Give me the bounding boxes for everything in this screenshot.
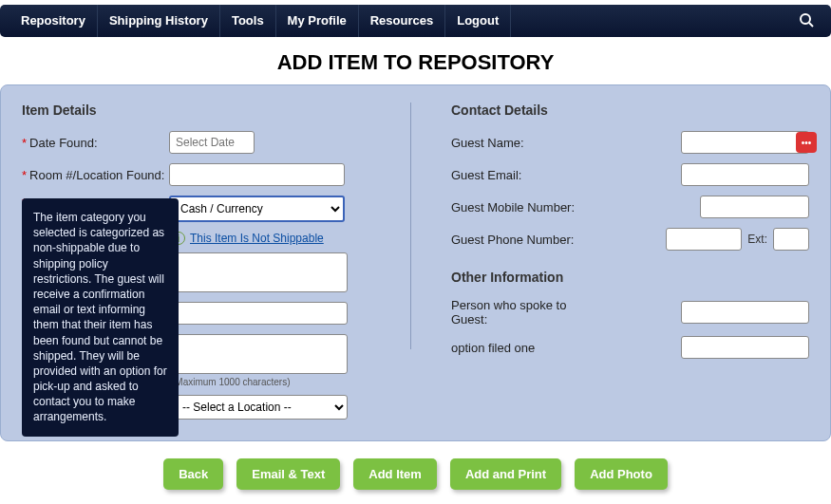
non-shippable-tooltip: The item category you selected is catego…: [22, 198, 179, 437]
nav-my-profile[interactable]: My Profile: [276, 5, 359, 37]
guest-email-input[interactable]: [681, 163, 809, 186]
guest-mobile-label: Guest Mobile Number:: [451, 200, 598, 215]
top-nav: Repository Shipping History Tools My Pro…: [0, 5, 831, 37]
room-location-input[interactable]: [169, 163, 345, 186]
required-mark: *: [22, 168, 27, 182]
option-field-label: option filed one: [451, 341, 603, 355]
person-spoke-input[interactable]: [681, 301, 809, 324]
room-location-label: Room #/Location Found:: [29, 168, 164, 182]
guest-mobile-input[interactable]: [700, 196, 809, 218]
guest-email-label: Guest Email:: [451, 168, 598, 182]
form-card: Item Details *Date Found: *Room #/Locati…: [0, 84, 831, 441]
svg-point-0: [801, 14, 810, 24]
location-select[interactable]: -- Select a Location --: [172, 395, 348, 420]
nav-tools[interactable]: Tools: [220, 5, 276, 37]
ext-label: Ext:: [747, 233, 767, 246]
nav-resources[interactable]: Resources: [359, 5, 445, 37]
description-textarea-1[interactable]: [172, 252, 348, 292]
back-button[interactable]: Back: [163, 458, 223, 490]
item-category-select[interactable]: Cash / Currency: [169, 196, 345, 222]
date-found-label: Date Found:: [29, 136, 98, 150]
required-mark: *: [22, 136, 27, 150]
guest-phone-input[interactable]: [666, 228, 742, 251]
page-title: ADD ITEM TO REPOSITORY: [0, 50, 831, 75]
person-spoke-label: Person who spoke to Guest:: [451, 298, 603, 327]
not-shippable-link[interactable]: This Item Is Not Shippable: [190, 232, 324, 245]
add-print-button[interactable]: Add and Print: [450, 458, 561, 490]
item-details-col: Item Details *Date Found: *Room #/Locati…: [22, 103, 380, 420]
description-input-2[interactable]: [172, 302, 348, 325]
contact-details-col: Contact Details Guest Name: ••• Guest Em…: [442, 103, 809, 420]
guest-name-label: Guest Name:: [451, 136, 598, 150]
email-text-button[interactable]: Email & Text: [236, 458, 340, 490]
guest-phone-ext-input[interactable]: [773, 228, 809, 251]
other-info-heading: Other Information: [451, 270, 809, 285]
description-textarea-3[interactable]: [172, 334, 348, 374]
add-item-button[interactable]: Add Item: [353, 458, 437, 490]
action-buttons: Back Email & Text Add Item Add and Print…: [0, 458, 831, 490]
svg-line-1: [809, 23, 813, 27]
item-details-heading: Item Details: [22, 103, 380, 118]
search-icon[interactable]: [791, 12, 822, 30]
nav-logout[interactable]: Logout: [445, 5, 511, 37]
nav-repository[interactable]: Repository: [9, 5, 98, 37]
nav-shipping-history[interactable]: Shipping History: [98, 5, 220, 37]
column-divider: [410, 103, 411, 349]
guest-lookup-button[interactable]: •••: [796, 132, 817, 153]
add-photo-button[interactable]: Add Photo: [575, 458, 668, 490]
guest-name-input[interactable]: [681, 131, 809, 154]
date-found-input[interactable]: [169, 131, 255, 154]
max-characters-note: (Maximum 1000 characters): [172, 377, 380, 387]
contact-details-heading: Contact Details: [451, 103, 809, 118]
guest-phone-label: Guest Phone Number:: [451, 233, 598, 247]
option-field-input[interactable]: [681, 336, 809, 359]
